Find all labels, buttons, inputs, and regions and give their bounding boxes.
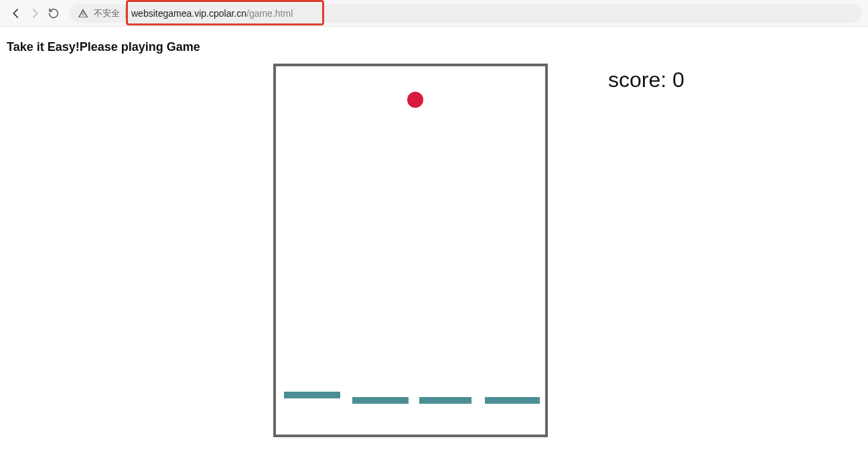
address-divider bbox=[125, 8, 126, 19]
score-label: score: bbox=[608, 68, 672, 92]
game-platform bbox=[284, 392, 340, 398]
url-text: websitegamea.vip.cpolar.cn/game.html bbox=[131, 8, 293, 19]
warning-icon bbox=[78, 8, 88, 19]
game-platform bbox=[485, 397, 540, 404]
nav-forward-button[interactable] bbox=[25, 4, 44, 23]
score-display: score: 0 bbox=[608, 68, 684, 92]
reload-button[interactable] bbox=[44, 4, 63, 23]
game-platform bbox=[419, 397, 472, 404]
game-canvas[interactable] bbox=[273, 64, 548, 437]
page-heading: Take it Easy!Please playing Game bbox=[7, 40, 861, 54]
url-domain: websitegamea.vip.cpolar.cn bbox=[131, 8, 246, 19]
nav-back-button[interactable] bbox=[7, 4, 25, 23]
game-ball bbox=[407, 92, 423, 108]
score-value: 0 bbox=[672, 68, 684, 92]
url-path: /game.html bbox=[246, 8, 293, 19]
page-content: Take it Easy!Please playing Game score: … bbox=[0, 27, 868, 77]
address-bar[interactable]: 不安全 websitegamea.vip.cpolar.cn/game.html bbox=[70, 4, 861, 23]
browser-toolbar: 不安全 websitegamea.vip.cpolar.cn/game.html bbox=[0, 0, 868, 27]
not-secure-label: 不安全 bbox=[94, 7, 120, 19]
game-platform bbox=[352, 397, 409, 404]
